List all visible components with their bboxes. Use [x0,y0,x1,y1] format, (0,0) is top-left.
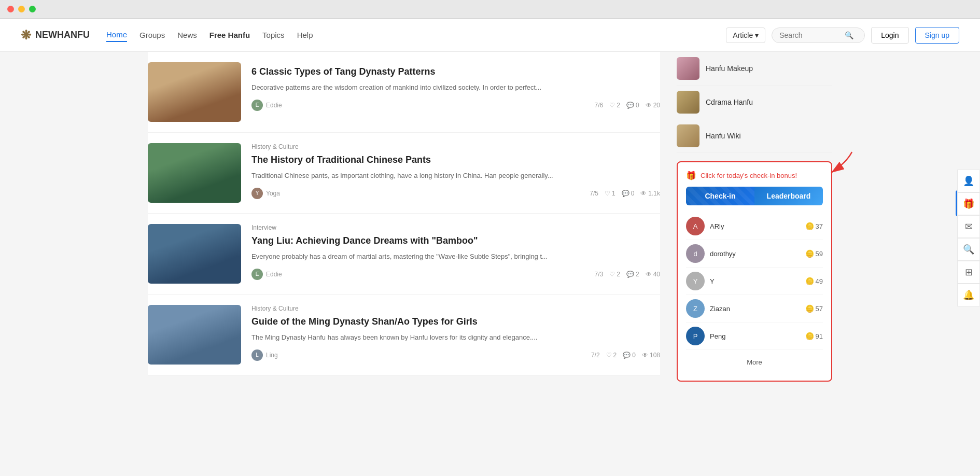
article-author: Y Yoga [251,188,581,199]
article-dropdown-label: Article [733,31,753,39]
views-count: 👁 1.1k [640,190,660,197]
checkin-buttons: Check-in Leaderboard [686,187,823,205]
article-dropdown[interactable]: Article ▾ [726,27,765,43]
checkin-promo: 🎁 Click for today's check-in bonus! [686,171,823,180]
checkin-box: 🎁 Click for today's check-in bonus! Chec… [677,161,832,382]
search-icon-button[interactable]: 🔍 [957,238,980,261]
leaderboard-item[interactable]: Z Ziazan 🪙 57 [686,295,823,323]
author-name: Yoga [266,190,280,197]
leaderboard-score: 🪙 91 [805,332,823,340]
coin-icon: 🪙 [805,222,814,230]
nav-free-hanfu[interactable]: Free Hanfu [209,29,250,41]
author-name: Ling [266,352,278,359]
article-excerpt: Decorative patterns are the wisdom creat… [251,82,660,93]
likes-count: ♡ 1 [605,190,615,197]
article-excerpt: Everyone probably has a dream of martial… [251,251,660,262]
logo[interactable]: ❋ NEWHANFU [21,28,90,43]
window-maximize-dot[interactable] [29,6,36,12]
coin-icon: 🪙 [805,249,814,258]
comments-count: 💬 0 [622,190,635,197]
article-thumbnail[interactable] [148,62,241,122]
window-minimize-dot[interactable] [18,6,25,12]
article-thumbnail[interactable] [148,224,241,284]
mail-icon-button[interactable]: ✉ [957,215,980,238]
article-date: 7/5 [590,190,598,197]
article-content: History & Culture Guide of the Ming Dyna… [251,305,660,361]
article-excerpt: Traditional Chinese pants, as important … [251,171,660,181]
article-content: 6 Classic Types of Tang Dynasty Patterns… [251,62,660,111]
leaderboard-name: Peng [710,332,800,340]
article-content: History & Culture The History of Traditi… [251,143,660,199]
article-stats: 7/5 ♡ 1 💬 0 👁 1.1k [590,190,660,197]
nav-help[interactable]: Help [297,29,313,41]
article-category: History & Culture [251,305,660,312]
likes-count: ♡ 2 [609,271,620,278]
person-icon-button[interactable]: 👤 [957,170,980,192]
category-thumbnail [677,57,699,80]
signup-button[interactable]: Sign up [915,27,959,44]
search-icon[interactable]: 🔍 [845,31,853,39]
header: ❋ NEWHANFU Home Groups News Free Hanfu T… [0,19,980,52]
search-box[interactable]: 🔍 [772,27,865,43]
gift-icon-button[interactable]: 🎁 [957,192,980,215]
more-button[interactable]: More [686,352,823,372]
nav-groups[interactable]: Groups [139,29,165,41]
likes-count: ♡ 2 [609,102,620,109]
views-count: 👁 40 [646,271,660,278]
leaderboard-avatar: Z [686,299,705,318]
leaderboard-item[interactable]: P Peng 🪙 91 [686,323,823,350]
login-button[interactable]: Login [871,27,908,44]
article-stats: 7/2 ♡ 2 💬 0 👁 108 [591,352,660,359]
avatar: L [251,349,263,361]
chevron-down-icon: ▾ [755,31,759,39]
leaderboard-avatar: d [686,244,705,263]
article-excerpt: The Ming Dynasty Hanfu has always been k… [251,332,660,343]
comments-count: 💬 2 [626,271,639,278]
sidebar-category-wiki[interactable]: Hanfu Wiki [677,119,832,153]
leaderboard-score: 🪙 37 [805,222,823,230]
header-right: Article ▾ 🔍 Login Sign up [726,27,959,44]
article-meta: E Eddie 7/3 ♡ 2 💬 2 👁 40 [251,269,660,280]
article-title[interactable]: Yang Liu: Achieving Dance Dreams with "B… [251,234,660,247]
article-title[interactable]: 6 Classic Types of Tang Dynasty Patterns [251,65,660,78]
article-category: History & Culture [251,143,660,150]
comments-count: 💬 0 [623,352,636,359]
leaderboard-name: Ziazan [710,305,800,313]
article-author: E Eddie [251,100,586,111]
article-content: Interview Yang Liu: Achieving Dance Drea… [251,224,660,280]
article-title[interactable]: Guide of the Ming Dynasty Shan/Ao Types … [251,315,660,328]
article-title[interactable]: The History of Traditional Chinese Pants [251,153,660,166]
category-name: Hanfu Makeup [706,64,753,73]
leaderboard-avatar: Y [686,272,705,290]
article-thumbnail[interactable] [148,143,241,203]
coin-icon: 🪙 [805,304,814,313]
nav-home[interactable]: Home [106,28,127,42]
likes-count: ♡ 2 [606,352,617,359]
leaderboard-avatar: A [686,217,705,235]
checkin-button[interactable]: Check-in [686,187,754,205]
search-input[interactable] [779,31,842,39]
gift-icon: 🎁 [686,171,696,180]
article-meta: Y Yoga 7/5 ♡ 1 💬 0 👁 1.1k [251,188,660,199]
sidebar-category-cdrama[interactable]: Cdrama Hanfu [677,86,832,119]
coin-icon: 🪙 [805,277,814,285]
bell-icon-button[interactable]: 🔔 [957,284,980,306]
leaderboard-score: 🪙 59 [805,249,823,258]
sidebar: Hanfu Makeup Cdrama Hanfu Hanfu Wiki [677,52,832,382]
leaderboard-item[interactable]: d dorothyy 🪙 59 [686,240,823,268]
grid-icon-button[interactable]: ⊞ [957,261,980,284]
leaderboard-button[interactable]: Leaderboard [754,187,823,205]
nav-topics[interactable]: Topics [262,29,285,41]
nav-news[interactable]: News [177,29,197,41]
article-thumbnail[interactable] [148,305,241,365]
window-close-dot[interactable] [7,6,14,12]
article-list: 6 Classic Types of Tang Dynasty Patterns… [148,52,660,382]
avatar: Y [251,188,263,199]
leaderboard-item[interactable]: A ARly 🪙 37 [686,213,823,240]
author-name: Eddie [266,271,282,278]
window-chrome [0,0,980,19]
checkin-promo-text: Click for today's check-in bonus! [701,172,797,179]
logo-icon: ❋ [21,28,31,43]
leaderboard-item[interactable]: Y Y 🪙 49 [686,268,823,295]
sidebar-category-makeup[interactable]: Hanfu Makeup [677,52,832,86]
